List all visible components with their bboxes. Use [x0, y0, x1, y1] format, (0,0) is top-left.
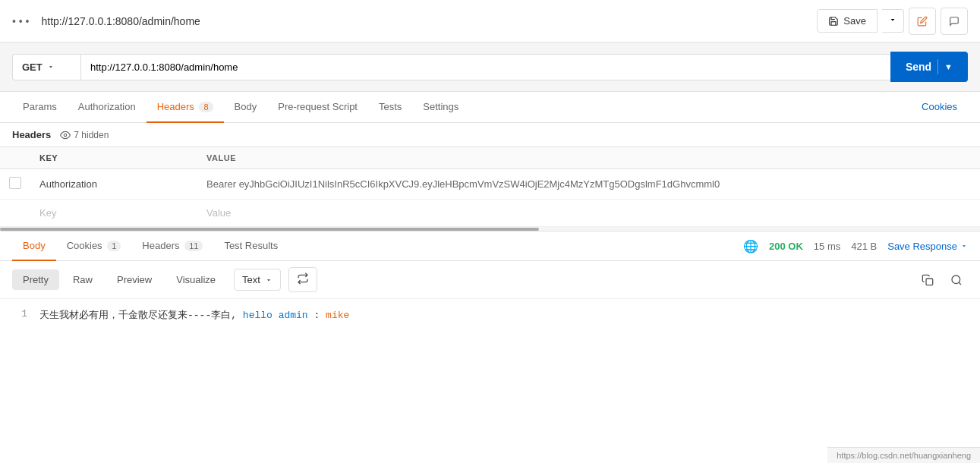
code-chinese-text: 天生我材必有用，千金散尽还复来----李白,	[39, 310, 237, 321]
response-meta: 🌐 200 OK 15 ms 421 B Save Response	[743, 239, 968, 254]
hidden-headers-badge: 7 hidden	[60, 130, 109, 140]
top-bar-actions: Save	[817, 8, 968, 35]
tab-pre-request[interactable]: Pre-request Script	[267, 92, 368, 123]
method-label: GET	[22, 61, 43, 73]
hidden-count: 7 hidden	[74, 130, 109, 140]
tab-authorization[interactable]: Authorization	[68, 92, 147, 123]
headers-table: KEY VALUE Authorization Bearer eyJhbGciO…	[0, 147, 980, 227]
response-tab-test-results[interactable]: Test Results	[213, 232, 288, 261]
response-headers-label: Headers	[142, 240, 179, 251]
code-blue-text: hello admin	[243, 310, 314, 321]
col-checkbox	[0, 147, 30, 169]
format-bar: Pretty Raw Preview Visualize Text	[0, 261, 980, 299]
code-content: 天生我材必有用，千金散尽还复来----李白, hello admin : mik…	[39, 308, 968, 335]
tab-tests[interactable]: Tests	[368, 92, 412, 123]
save-response-button[interactable]: Save Response	[887, 241, 968, 252]
save-dropdown-button[interactable]	[882, 9, 904, 33]
edit-button[interactable]	[909, 8, 936, 35]
window-controls: • • •	[12, 15, 29, 27]
eye-icon	[60, 130, 71, 140]
wrap-button[interactable]	[288, 267, 317, 292]
scrollbar-thumb[interactable]	[0, 228, 539, 231]
empty-value[interactable]: Value	[197, 200, 980, 227]
chevron-down-icon	[888, 15, 897, 24]
headers-table-wrapper: KEY VALUE Authorization Bearer eyJhbGciO…	[0, 147, 980, 227]
row-key[interactable]: Authorization	[30, 169, 197, 200]
request-tabs-bar: Params Authorization Headers 8 Body Pre-…	[0, 92, 980, 123]
request-bar: GET Send ▼	[0, 43, 980, 92]
response-cookies-badge: 1	[107, 241, 121, 251]
svg-point-2	[952, 276, 960, 284]
svg-line-3	[959, 282, 961, 285]
save-label: Save	[843, 15, 866, 27]
row-checkbox-cell[interactable]	[0, 169, 30, 200]
send-divider	[937, 59, 938, 74]
edit-icon	[917, 16, 928, 27]
value-placeholder: Value	[206, 207, 231, 219]
status-code: 200 OK	[769, 241, 803, 252]
send-label: Send	[906, 61, 931, 73]
comment-icon	[949, 16, 960, 27]
response-cookies-label: Cookies	[67, 240, 102, 251]
save-response-label: Save Response	[887, 241, 957, 252]
col-value: VALUE	[197, 147, 980, 169]
response-tab-cookies[interactable]: Cookies 1	[56, 232, 132, 261]
url-input[interactable]	[80, 54, 890, 80]
response-headers-badge: 11	[184, 241, 203, 251]
method-select[interactable]: GET	[12, 54, 80, 80]
tab-settings[interactable]: Settings	[412, 92, 469, 123]
save-response-dropdown-icon	[960, 242, 968, 250]
format-raw-button[interactable]: Raw	[62, 269, 103, 290]
save-icon	[828, 16, 839, 27]
format-type-select[interactable]: Text	[234, 269, 281, 291]
send-dropdown-icon: ▼	[944, 62, 953, 71]
svg-rect-1	[926, 279, 933, 285]
tab-cookies[interactable]: Cookies	[911, 92, 968, 123]
tab-url: http://127.0.0.1:8080/admin/home	[41, 15, 817, 27]
globe-icon: 🌐	[743, 239, 758, 254]
copy-icon	[922, 274, 934, 286]
method-dropdown-icon	[47, 63, 55, 71]
empty-key[interactable]: Key	[30, 200, 197, 227]
line-numbers: 1	[12, 308, 27, 335]
format-type-label: Text	[242, 274, 260, 285]
search-button[interactable]	[945, 269, 968, 291]
response-size: 421 B	[851, 241, 877, 252]
tab-headers[interactable]: Headers 8	[147, 92, 224, 123]
line-number-1: 1	[12, 308, 27, 320]
save-button[interactable]: Save	[817, 9, 878, 33]
row-value[interactable]: Bearer eyJhbGciOiJIUzI1NilsInR5cCI6IkpXV…	[197, 169, 980, 200]
horizontal-scrollbar[interactable]	[0, 227, 980, 232]
empty-checkbox-cell	[0, 200, 30, 227]
key-placeholder: Key	[39, 207, 56, 219]
code-line-1: 天生我材必有用，千金散尽还复来----李白, hello admin : mik…	[39, 308, 968, 322]
headers-badge: 8	[199, 102, 213, 112]
comment-button[interactable]	[941, 8, 968, 35]
headers-label: Headers	[12, 129, 51, 140]
search-icon	[950, 274, 963, 286]
headers-section: Headers 7 hidden	[0, 123, 980, 147]
format-type-dropdown-icon	[265, 276, 273, 284]
top-bar: • • • http://127.0.0.1:8080/admin/home S…	[0, 0, 980, 43]
format-pretty-button[interactable]: Pretty	[12, 269, 59, 290]
format-preview-button[interactable]: Preview	[106, 269, 162, 290]
code-colon: :	[314, 310, 320, 321]
format-visualize-button[interactable]: Visualize	[165, 269, 226, 290]
copy-button[interactable]	[916, 269, 939, 291]
code-orange-text: mike	[326, 310, 349, 321]
svg-point-0	[65, 134, 68, 137]
response-tabs-bar: Body Cookies 1 Headers 11 Test Results 🌐…	[0, 232, 980, 261]
tab-body[interactable]: Body	[224, 92, 268, 123]
row-checkbox[interactable]	[9, 177, 21, 189]
table-row: Authorization Bearer eyJhbGciOiJIUzI1Nil…	[0, 169, 980, 200]
tab-params[interactable]: Params	[12, 92, 68, 123]
response-body-code: 1 天生我材必有用，千金散尽还复来----李白, hello admin : m…	[0, 299, 980, 345]
response-tab-headers[interactable]: Headers 11	[131, 232, 213, 261]
response-tab-body[interactable]: Body	[12, 232, 56, 261]
table-row-empty: Key Value	[0, 200, 980, 227]
wrap-icon	[297, 272, 309, 285]
tab-headers-label: Headers	[157, 101, 194, 112]
col-key: KEY	[30, 147, 197, 169]
format-bar-right	[916, 269, 968, 291]
send-button[interactable]: Send ▼	[890, 52, 968, 82]
